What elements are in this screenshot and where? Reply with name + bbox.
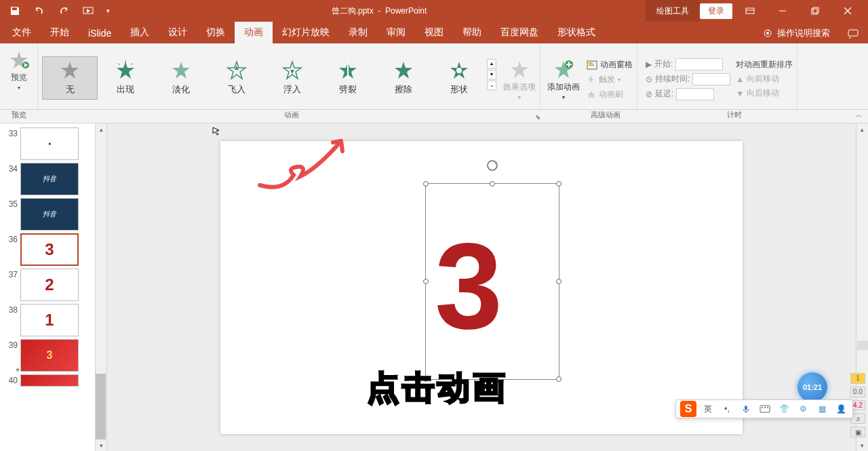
move-earlier-button[interactable]: ▲ 向前移动 — [736, 73, 793, 85]
animation-dialog-launcher[interactable]: ⬊ — [534, 113, 542, 121]
tab-baidu[interactable]: 百度网盘 — [491, 22, 548, 43]
save-button[interactable] — [5, 1, 24, 20]
tell-me-search[interactable]: 操作说明搜索 — [753, 23, 840, 43]
tab-help[interactable]: 帮助 — [453, 22, 491, 43]
gallery-more[interactable]: ⌄ — [487, 81, 496, 90]
thumb-38[interactable]: 38 1 — [0, 302, 95, 338]
animation-start-field[interactable]: ▶开始: — [646, 58, 730, 71]
scroll-down-icon[interactable]: ▾ — [96, 439, 107, 451]
scroll-up-icon[interactable]: ▴ — [96, 123, 107, 135]
resize-handle-w[interactable] — [423, 279, 429, 284]
rotate-handle[interactable] — [486, 159, 498, 172]
tab-slideshow[interactable]: 幻灯片放映 — [273, 22, 339, 43]
anim-split[interactable]: 劈裂 — [320, 56, 376, 100]
titlebar: ▾ 曾二狗.pptx - PowerPoint 绘图工具 登录 — [0, 0, 868, 22]
effect-options-button: 效果选项 ▾ — [500, 56, 538, 100]
anim-none[interactable]: 无 — [42, 56, 98, 100]
preview-button[interactable]: 预览 ▾ — [4, 46, 34, 91]
tab-islide[interactable]: iSlide — [79, 23, 121, 43]
tab-home[interactable]: 开始 — [41, 22, 79, 43]
thumb-35[interactable]: 35 抖音 — [0, 197, 95, 232]
thumb-33[interactable]: 33 ✦ — [0, 126, 95, 161]
animation-gallery[interactable]: 无 出现 淡化 飞入 浮入 劈裂 — [39, 55, 500, 101]
qat-dropdown[interactable]: ▾ — [103, 1, 113, 20]
ime-toolbox-icon[interactable]: ⚙ — [795, 401, 810, 416]
anim-wipe[interactable]: 擦除 — [376, 56, 431, 100]
move-later-button[interactable]: ▼ 向后移动 — [736, 87, 793, 99]
resize-handle-se[interactable] — [556, 376, 561, 382]
maximize-button[interactable] — [800, 1, 830, 21]
anim-shape[interactable]: 形状 — [431, 56, 487, 100]
anim-floatin[interactable]: 浮入 — [264, 56, 320, 100]
resize-handle-n[interactable] — [490, 181, 495, 187]
tab-record[interactable]: 录制 — [339, 22, 377, 43]
add-animation-button[interactable]: 添加动画 ▾ — [545, 56, 583, 100]
side-icon-2[interactable]: 0.0 — [850, 387, 865, 397]
svg-marker-22 — [511, 61, 528, 78]
comments-pane-toggle[interactable] — [840, 24, 868, 43]
tab-design[interactable]: 设计 — [159, 22, 197, 43]
tab-review[interactable]: 审阅 — [377, 22, 415, 43]
anim-fade[interactable]: 淡化 — [153, 56, 209, 100]
minimize-button[interactable] — [768, 1, 797, 21]
svg-marker-15 — [228, 62, 245, 79]
animation-delay-field[interactable]: ⊘延迟: — [646, 88, 730, 100]
ime-logo-icon[interactable]: S — [680, 401, 696, 417]
svg-marker-14 — [172, 62, 190, 79]
close-button[interactable] — [833, 1, 863, 21]
trigger-button[interactable]: 触发▾ — [587, 74, 633, 85]
animation-pane-button[interactable]: 动画窗格 — [587, 59, 633, 71]
ribbon: 预览 ▾ 无 出现 淡化 飞入 浮入 — [0, 43, 868, 110]
side-icon-5[interactable]: ▣ — [850, 427, 865, 437]
group-label-advanced: 高级动画 — [545, 110, 667, 123]
collapse-ribbon[interactable]: ︿ — [855, 111, 863, 119]
ime-skin-icon[interactable]: 👕 — [776, 401, 791, 416]
side-icon-1[interactable]: 1 — [850, 373, 865, 384]
thumb-36[interactable]: 36 3 — [0, 232, 95, 267]
thumb-40[interactable]: 40 — [0, 373, 95, 388]
svg-point-34 — [767, 407, 768, 408]
animation-painter-button[interactable]: 动画刷 — [587, 89, 633, 100]
group-label-timing: 计时 — [667, 110, 802, 123]
reorder-label: 对动画重新排序 — [736, 59, 793, 71]
ime-toolbar[interactable]: S 英 •, 👕 ⚙ ▦ 👤 — [675, 399, 853, 418]
resize-handle-ne[interactable] — [556, 181, 561, 187]
ime-mic-icon[interactable] — [738, 401, 753, 416]
redo-button[interactable] — [54, 1, 73, 20]
svg-rect-27 — [589, 64, 594, 66]
ime-keyboard-icon[interactable] — [757, 401, 772, 416]
thumb-34[interactable]: 34 抖音 — [0, 161, 95, 197]
tab-view[interactable]: 视图 — [415, 22, 453, 43]
slide-text-3[interactable]: 3 — [435, 216, 502, 356]
start-from-beginning-button[interactable] — [79, 1, 98, 20]
svg-point-21 — [456, 68, 462, 73]
canvas-scroll-up[interactable]: ▴ — [856, 123, 868, 135]
canvas-scroll-down[interactable]: ▾ — [856, 439, 868, 451]
anim-appear[interactable]: 出现 — [98, 56, 153, 100]
tab-insert[interactable]: 插入 — [121, 22, 159, 43]
ime-user-icon[interactable]: 👤 — [833, 401, 848, 416]
gallery-down[interactable]: ▾ — [487, 70, 496, 79]
anim-flyin[interactable]: 飞入 — [209, 56, 264, 100]
annotation-arrow — [253, 134, 361, 195]
gallery-up[interactable]: ▴ — [487, 59, 496, 68]
ribbon-display-options[interactable] — [735, 1, 765, 21]
ime-lang[interactable]: 英 — [701, 401, 715, 416]
thumb-37[interactable]: 37 2 — [0, 267, 95, 302]
group-label-animation: 动画⬊ — [38, 110, 545, 123]
ime-punct-icon[interactable]: •, — [719, 401, 734, 416]
undo-button[interactable] — [30, 1, 49, 20]
resize-handle-e[interactable] — [556, 279, 561, 284]
svg-line-13 — [131, 63, 133, 65]
login-button[interactable]: 登录 — [700, 3, 732, 19]
svg-rect-2 — [812, 9, 817, 14]
cursor-pointer — [212, 126, 221, 136]
tab-file[interactable]: 文件 — [3, 22, 41, 43]
thumbnail-scrollbar[interactable]: ▴ ▾ — [95, 123, 106, 451]
ime-grid-icon[interactable]: ▦ — [814, 401, 829, 416]
tab-shape-format[interactable]: 形状格式 — [548, 22, 605, 43]
tab-transitions[interactable]: 切换 — [197, 22, 235, 43]
resize-handle-nw[interactable] — [423, 181, 429, 187]
tab-animations[interactable]: 动画 — [235, 22, 273, 43]
animation-duration-field[interactable]: ⊙持续时间: — [646, 73, 730, 85]
